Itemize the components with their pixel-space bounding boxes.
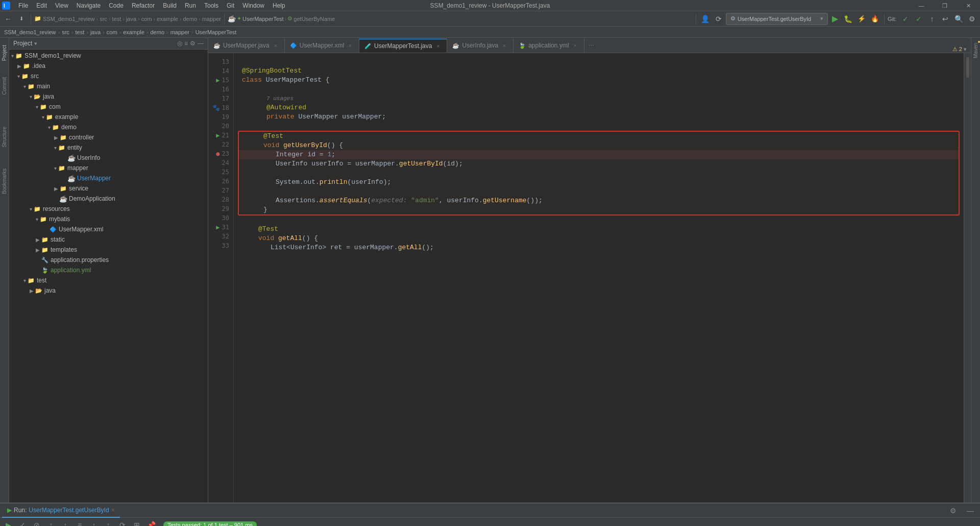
breakpoint-23[interactable]: ● — [216, 149, 219, 158]
menu-edit[interactable]: Edit — [32, 1, 51, 10]
vcs-icon[interactable]: 👤 — [699, 13, 712, 25]
git-update[interactable]: ↑ — [926, 13, 938, 25]
toolbar-recent[interactable]: ⬇ — [15, 13, 28, 25]
tree-app-prop[interactable]: 🔧 application.properties — [9, 255, 208, 265]
run-gutter-15[interactable]: ▶ — [216, 76, 219, 85]
tab-close-mappertest[interactable]: × — [434, 42, 442, 50]
git-rollback[interactable]: ↩ — [939, 13, 951, 25]
bottom-settings-btn[interactable]: ⚙ — [946, 507, 961, 515]
editor-scrollbar[interactable] — [964, 53, 971, 503]
tree-demoapplication[interactable]: ☕ DemoApplication — [9, 194, 208, 204]
git-commit[interactable]: ✓ — [899, 13, 912, 25]
tree-java[interactable]: ▾ 📂 java — [9, 91, 208, 102]
refresh-btn[interactable]: ⟳ — [116, 519, 129, 527]
tree-entity[interactable]: ▾ 📁 entity — [9, 142, 208, 153]
sb-gutter-18[interactable]: 🐾 — [212, 103, 220, 112]
bc-java[interactable]: java — [90, 29, 101, 35]
close-button[interactable]: ✕ — [957, 0, 980, 11]
run-config-dropdown[interactable]: ⚙ UserMapperTest.getUserById ▾ — [726, 13, 828, 25]
tab-close-mapperxml[interactable]: × — [347, 42, 354, 49]
minimize-button[interactable]: — — [910, 0, 933, 11]
pin-btn[interactable]: 📌 — [145, 519, 157, 527]
tab-usermapper-xml[interactable]: 🔷 UserMapper.xml × — [285, 38, 359, 53]
tab-usermappertest[interactable]: 🧪 UserMapperTest.java × — [359, 39, 447, 53]
bc-project[interactable]: SSM_demo1_review — [4, 29, 56, 35]
bc-example[interactable]: example — [123, 29, 144, 35]
run-tab-close[interactable]: × — [111, 507, 115, 514]
tree-app-yml[interactable]: 🍃 application.yml — [9, 265, 208, 275]
bc-demo[interactable]: demo — [150, 29, 164, 35]
menu-run[interactable]: Run — [181, 1, 200, 10]
tree-main[interactable]: ▾ 📁 main — [9, 81, 208, 91]
git-push[interactable]: ✓ — [913, 13, 925, 25]
project-locate-icon[interactable]: ◎ — [177, 40, 182, 47]
sidebar-bookmarks-tab[interactable]: Bookmarks — [1, 165, 8, 197]
tab-application-yml[interactable]: 🍃 application.yml × — [513, 38, 584, 53]
tab-userinfo[interactable]: ☕ UserInfo.java × — [447, 38, 513, 53]
menu-code[interactable]: Code — [105, 1, 128, 10]
tree-example[interactable]: ▾ 📁 example — [9, 112, 208, 122]
menu-git[interactable]: Git — [223, 1, 238, 10]
menu-tools[interactable]: Tools — [200, 1, 223, 10]
debug-button[interactable]: 🐛 — [842, 13, 854, 25]
sort-desc-btn[interactable]: ↕ — [59, 519, 71, 527]
tree-mapper[interactable]: ▾ 📁 mapper — [9, 163, 208, 173]
sidebar-structure-tab[interactable]: Structure — [1, 124, 8, 151]
menu-navigate[interactable]: Navigate — [72, 1, 105, 10]
project-options-icon[interactable]: ⚙ — [190, 40, 195, 47]
project-dropdown-icon[interactable]: ▾ — [34, 40, 37, 47]
maximize-button[interactable]: ❐ — [933, 0, 957, 11]
project-close-icon[interactable]: — — [198, 40, 204, 47]
tree-src[interactable]: ▾ 📁 src — [9, 71, 208, 81]
rerun-btn[interactable]: ▶ — [2, 519, 14, 527]
tree-com[interactable]: ▾ 📁 com — [9, 102, 208, 112]
sort-asc-btn[interactable]: ↕ — [45, 519, 57, 527]
split-btn[interactable]: ⊞ — [131, 519, 143, 527]
bottom-hide-btn[interactable]: — — [963, 507, 978, 515]
run-button[interactable]: ▶ — [829, 13, 841, 25]
tab-usermapper-java[interactable]: ☕ UserMapper.java × — [208, 38, 285, 53]
bc-com[interactable]: com — [107, 29, 117, 35]
toolbar-back[interactable]: ← — [2, 13, 14, 25]
list-btn[interactable]: ≡ — [74, 519, 86, 527]
tree-usermapper-xml[interactable]: 🔷 UserMapper.xml — [9, 224, 208, 234]
code-content[interactable]: @SpringBootTest class UserMapperTest { 7… — [234, 53, 964, 503]
project-collapse-icon[interactable]: ≡ — [184, 40, 188, 47]
tab-close-usermapper[interactable]: × — [272, 42, 279, 49]
bc-file[interactable]: UserMapperTest — [195, 29, 237, 35]
bc-test[interactable]: test — [76, 29, 85, 35]
tree-templates[interactable]: ▶ 📁 templates — [9, 245, 208, 255]
menu-view[interactable]: View — [51, 1, 72, 10]
sidebar-project-tab[interactable]: Project — [1, 42, 8, 64]
tree-controller[interactable]: ▶ 📁 controller — [9, 132, 208, 142]
menu-refactor[interactable]: Refactor — [128, 1, 159, 10]
bc-src[interactable]: src — [62, 29, 69, 35]
git-search[interactable]: 🔍 — [952, 13, 965, 25]
menu-help[interactable]: Help — [268, 1, 289, 10]
update-icon[interactable]: ⟳ — [713, 13, 725, 25]
stop-btn[interactable]: ⊘ — [31, 519, 43, 527]
menu-window[interactable]: Window — [238, 1, 268, 10]
tree-demo[interactable]: ▾ 📁 demo — [9, 122, 208, 132]
run-gutter-21[interactable]: ▶ — [216, 131, 219, 140]
filter-btn[interactable]: ✓ — [16, 519, 29, 527]
tree-idea[interactable]: ▶ 📁 .idea — [9, 61, 208, 71]
tree-userinfo[interactable]: ☕ UserInfo — [9, 153, 208, 163]
tab-more-button[interactable]: ⋯ — [584, 38, 598, 53]
tab-close-appyml[interactable]: × — [572, 42, 579, 49]
tree-static[interactable]: ▶ 📁 static — [9, 234, 208, 245]
tree-service[interactable]: ▶ 📁 service — [9, 183, 208, 194]
menu-file[interactable]: File — [14, 1, 32, 10]
tree-resources[interactable]: ▾ 📁 resources — [9, 204, 208, 214]
menu-build[interactable]: Build — [159, 1, 181, 10]
maven-tab[interactable]: Maven — [972, 40, 979, 61]
run-tab[interactable]: ▶ Run: UserMapperTest.getUserById × — [2, 504, 120, 518]
profile-button[interactable]: 🔥 — [869, 13, 881, 25]
tree-mybatis[interactable]: ▾ 📁 mybatis — [9, 214, 208, 224]
git-settings[interactable]: ⚙ — [966, 13, 978, 25]
tree-test-folder[interactable]: ▾ 📁 test — [9, 275, 208, 285]
tab-close-userinfo[interactable]: × — [501, 42, 508, 49]
sidebar-commit-tab[interactable]: Commit — [1, 74, 8, 98]
collapse-btn[interactable]: ↕ — [102, 519, 114, 527]
coverage-button[interactable]: ⚡ — [855, 13, 868, 25]
